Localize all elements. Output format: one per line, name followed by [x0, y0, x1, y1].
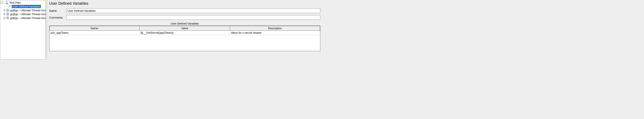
svg-point-21 [7, 18, 8, 18]
variables-table-container: Name: Value Description udv_appToken ${_… [49, 26, 320, 51]
wrench-icon [8, 5, 11, 8]
expand-icon[interactable]: + [4, 9, 5, 12]
table-row[interactable]: udv_appToken ${__GetSecret(appToken)} Va… [50, 31, 320, 35]
comments-input[interactable] [66, 15, 320, 20]
comments-label: Comments: [49, 16, 66, 19]
table-header-row: Name: Value Description [50, 26, 320, 31]
col-header-name[interactable]: Name: [50, 26, 140, 31]
table-caption: User Defined Variables [49, 22, 320, 25]
tree-node-threadgroup-3[interactable]: + jp@gc - Ultimate Thread Group [1, 16, 46, 20]
tree-node-root[interactable]: − Test Plan [1, 1, 46, 5]
tree-label-tg2[interactable]: jp@gc - Ultimate Thread Group [10, 13, 46, 16]
cell-value[interactable]: ${__GetSecret(appToken)} [140, 31, 230, 35]
svg-point-1 [7, 10, 8, 11]
gear-icon [6, 9, 9, 12]
tree-label-root[interactable]: Test Plan [9, 1, 21, 4]
name-label: Name: [49, 9, 66, 12]
tree-panel: − Test Plan User Defined Variables + jp@… [0, 0, 46, 60]
tree-node-threadgroup-1[interactable]: + jp@gc - Ultimate Thread Group [1, 8, 46, 12]
flask-icon [5, 1, 8, 4]
tree-label-tg1[interactable]: jp@gc - Ultimate Thread Group [10, 9, 46, 12]
tree-label-tg3[interactable]: jp@gc - Ultimate Thread Group [10, 17, 46, 20]
col-header-description[interactable]: Description [230, 26, 320, 31]
comments-row: Comments: [49, 15, 320, 20]
name-input[interactable] [66, 8, 320, 13]
name-row: Name: [49, 8, 320, 13]
tree-connector [4, 3, 5, 3]
tree-label-udv[interactable]: User Defined Variables [12, 5, 41, 8]
col-header-value[interactable]: Value [140, 26, 230, 31]
cell-name[interactable]: udv_appToken [50, 31, 140, 35]
collapse-icon[interactable]: − [1, 2, 3, 4]
gear-icon [6, 16, 9, 20]
gear-icon [6, 12, 9, 16]
svg-point-11 [7, 14, 8, 15]
expand-icon[interactable]: + [4, 17, 5, 19]
tree-node-udv[interactable]: User Defined Variables [1, 5, 46, 8]
expand-icon[interactable]: + [4, 13, 5, 15]
editor-panel: User Defined Variables Name: Comments: U… [47, 0, 322, 60]
page-title: User Defined Variables [49, 1, 320, 6]
tree-node-threadgroup-2[interactable]: + jp@gc - Ultimate Thread Group [1, 12, 46, 16]
cell-description[interactable]: Value for x-secret header [230, 31, 320, 35]
variables-table[interactable]: Name: Value Description udv_appToken ${_… [50, 26, 320, 35]
